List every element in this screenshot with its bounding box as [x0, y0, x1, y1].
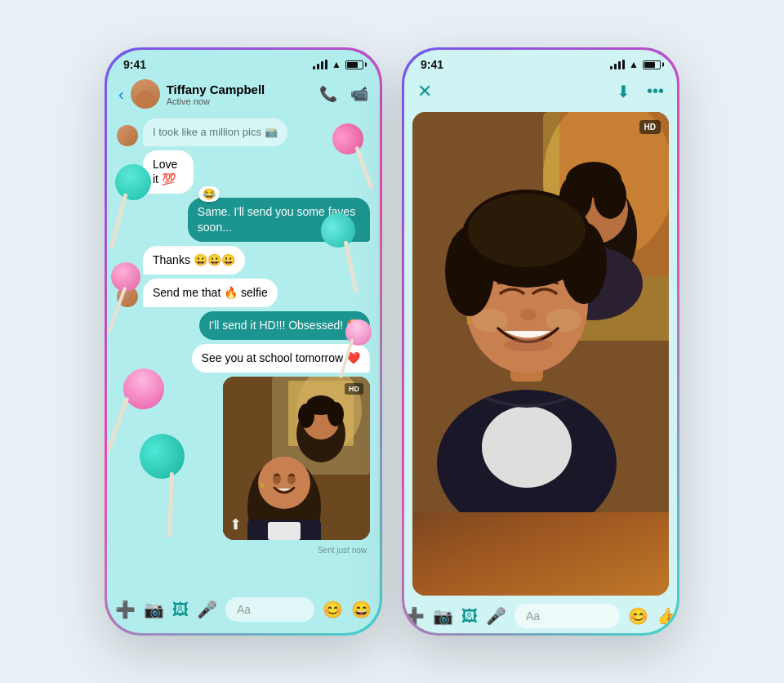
right-phone-inner: 9:41 ▲ [404, 50, 677, 633]
signal-bar-4 [325, 60, 327, 69]
message-input-right[interactable]: Aa [514, 604, 620, 628]
signal-bars-right [610, 60, 625, 69]
left-phone: 9:41 ▲ [105, 47, 382, 636]
close-button[interactable]: ✕ [417, 81, 432, 102]
header-info: Tiffany Campbell Active now [167, 83, 313, 106]
battery-left [345, 60, 363, 69]
msg-love-container: Love it 💯 😂 [143, 150, 213, 194]
msg-sent-same: Same. I'll send you some faves soon... [117, 198, 370, 242]
chat-content: 9:41 ▲ [107, 50, 380, 633]
msg-sent-photo: HD ⬆ [117, 377, 370, 540]
svg-point-37 [504, 338, 553, 351]
chat-header: ‹ Tiffany Campbell Active now 📞 📹 [107, 74, 380, 115]
chat-input-bar-left: ➕ 📷 🖼 🎤 Aa 😊 😄 [107, 591, 380, 633]
thumbsup-icon-right[interactable]: 👍 [657, 606, 677, 626]
right-phone: 9:41 ▲ [402, 47, 679, 636]
add-icon-right[interactable]: ➕ [404, 606, 425, 626]
share-icon-photo[interactable]: ⬆ [229, 516, 242, 533]
signal-bars-left [313, 60, 327, 69]
status-bar-left: 9:41 ▲ [107, 50, 380, 74]
msg-bubble-school: See you at school tomorrow ❤️ [192, 344, 370, 373]
battery-right [643, 60, 661, 69]
signal-bar-r3 [618, 61, 621, 69]
msg-bubble-same: Same. I'll send you some faves soon... [188, 198, 370, 242]
signal-bar-2 [317, 64, 319, 69]
msg-avatar-selfie [117, 286, 138, 307]
download-icon[interactable]: ⬇ [617, 82, 630, 101]
svg-point-26 [607, 182, 623, 199]
time-left: 9:41 [123, 58, 146, 71]
input-placeholder-left: Aa [237, 603, 251, 616]
left-phone-inner: 9:41 ▲ [107, 50, 380, 633]
msg-bubble-hd: I'll send it HD!!! Obsessed! 🤩 [199, 311, 370, 340]
msg-received-selfie: Send me that 🔥 selfie [117, 279, 370, 307]
signal-bar-r4 [622, 60, 625, 69]
svg-point-35 [546, 309, 581, 332]
hd-badge-chat: HD [345, 383, 363, 395]
avatar-tiffany [131, 79, 160, 109]
signal-bar-r1 [610, 66, 612, 69]
hd-badge-viewer: HD [639, 120, 661, 134]
sent-photo-bubble[interactable]: HD ⬆ [223, 377, 370, 540]
signal-bar-1 [313, 66, 315, 69]
wifi-icon-left: ▲ [332, 59, 341, 70]
messages-area: I took like a million pics 📸 Love it 💯 😂… [107, 115, 380, 591]
mic-icon-right[interactable]: 🎤 [486, 606, 506, 626]
emoji-icon-left[interactable]: 😊 [323, 600, 343, 619]
msg-bubble-1: I took like a million pics 📸 [143, 118, 287, 146]
gallery-icon-right[interactable]: 🖼 [461, 607, 478, 626]
viewer-action-icons: ⬇ ••• [617, 82, 664, 101]
photo-viewer: 9:41 ▲ [404, 50, 677, 633]
sticker-icon-left[interactable]: 😄 [351, 600, 372, 619]
svg-point-25 [564, 184, 580, 200]
status-icons-left: ▲ [313, 59, 363, 70]
viewer-photo-inner [412, 112, 669, 596]
viewer-photo-svg [412, 112, 669, 512]
svg-point-10 [258, 457, 310, 509]
messages-inner: I took like a million pics 📸 Love it 💯 😂… [107, 115, 380, 558]
photo-content [223, 377, 370, 540]
sent-time: Sent just now [117, 546, 370, 555]
svg-point-36 [520, 309, 537, 320]
more-options-icon[interactable]: ••• [647, 82, 664, 101]
msg-sent-hd: I'll send it HD!!! Obsessed! 🤩 [117, 311, 370, 340]
svg-point-13 [260, 483, 265, 488]
wifi-icon-right: ▲ [629, 59, 639, 70]
input-placeholder-right: Aa [526, 609, 540, 623]
svg-rect-39 [467, 316, 472, 324]
msg-received-1: I took like a million pics 📸 [117, 118, 370, 146]
viewer-photo[interactable]: HD [412, 112, 669, 596]
mic-icon-left[interactable]: 🎤 [197, 600, 217, 619]
battery-fill-left [347, 62, 358, 68]
viewer-header: ✕ ⬇ ••• [404, 74, 677, 112]
signal-bar-r2 [614, 64, 617, 69]
status-bar-right: 9:41 ▲ [404, 50, 677, 74]
msg-bubble-love: Love it 💯 [143, 150, 194, 194]
svg-point-43 [468, 194, 586, 267]
camera-icon-left[interactable]: 📷 [144, 600, 164, 619]
back-button[interactable]: ‹ [118, 85, 124, 104]
camera-icon-right[interactable]: 📷 [433, 606, 453, 626]
photo-svg [223, 377, 370, 540]
msg-bubble-thanks: Thanks 😀😀😀 [143, 246, 245, 275]
svg-rect-15 [268, 522, 301, 540]
gallery-icon-left[interactable]: 🖼 [172, 600, 189, 619]
phone-call-icon[interactable]: 📞 [319, 85, 337, 103]
contact-name: Tiffany Campbell [167, 83, 313, 96]
msg-received-thanks: Thanks 😀😀😀 [117, 246, 370, 275]
msg-sent-school: See you at school tomorrow ❤️ [117, 344, 370, 373]
chat-input-bar-right: ➕ 📷 🖼 🎤 Aa 😊 👍 [404, 596, 677, 633]
svg-point-31 [482, 406, 572, 488]
contact-status: Active now [167, 96, 313, 106]
msg-avatar-1 [117, 125, 138, 146]
header-call-icons: 📞 📹 [319, 85, 368, 103]
svg-point-27 [577, 170, 591, 185]
svg-point-8 [306, 395, 336, 415]
message-input-left[interactable]: Aa [225, 597, 314, 622]
time-right: 9:41 [421, 58, 443, 71]
battery-fill-right [644, 62, 655, 68]
video-call-icon[interactable]: 📹 [350, 85, 368, 103]
emoji-icon-right[interactable]: 😊 [628, 606, 648, 626]
signal-bar-3 [321, 61, 323, 69]
add-icon-left[interactable]: ➕ [115, 600, 136, 619]
